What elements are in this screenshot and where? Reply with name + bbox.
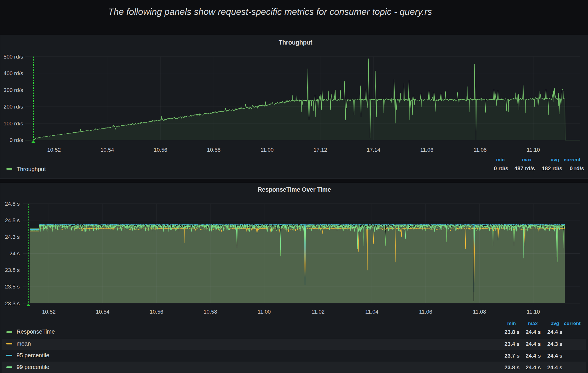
svg-text:23.3 s: 23.3 s <box>5 300 20 306</box>
svg-text:11:10: 11:10 <box>527 309 540 315</box>
svg-text:11:10: 11:10 <box>527 147 540 153</box>
svg-text:10:56: 10:56 <box>150 309 163 315</box>
svg-text:10:54: 10:54 <box>96 309 110 315</box>
svg-text:10:52: 10:52 <box>42 309 56 315</box>
svg-text:11:04: 11:04 <box>365 309 379 315</box>
svg-text:24 s: 24 s <box>9 250 20 256</box>
svg-text:200 rd/s: 200 rd/s <box>3 104 23 110</box>
svg-text:10:52: 10:52 <box>47 147 61 153</box>
svg-text:11:06: 11:06 <box>419 309 432 315</box>
svg-text:24.3 s: 24.3 s <box>5 234 20 240</box>
svg-text:23.8 s: 23.8 s <box>5 267 20 273</box>
svg-text:11:00: 11:00 <box>260 147 274 153</box>
svg-text:24.8 s: 24.8 s <box>5 201 20 207</box>
svg-text:11:06: 11:06 <box>420 147 433 153</box>
svg-text:17:14: 17:14 <box>367 147 380 153</box>
svg-text:23.5 s: 23.5 s <box>5 284 20 290</box>
svg-text:300 rd/s: 300 rd/s <box>3 87 23 93</box>
svg-text:100 rd/s: 100 rd/s <box>3 121 23 127</box>
svg-text:10:58: 10:58 <box>204 309 217 315</box>
svg-text:11:00: 11:00 <box>258 309 271 315</box>
svg-text:11:08: 11:08 <box>473 309 486 315</box>
svg-text:11:08: 11:08 <box>473 147 487 153</box>
svg-text:10:58: 10:58 <box>207 147 221 153</box>
svg-text:10:56: 10:56 <box>154 147 167 153</box>
svg-text:11:02: 11:02 <box>311 309 324 315</box>
svg-text:17:12: 17:12 <box>314 147 327 153</box>
svg-text:0 rd/s: 0 rd/s <box>9 137 23 143</box>
svg-text:24.5 s: 24.5 s <box>5 217 20 223</box>
svg-text:10:54: 10:54 <box>101 147 114 153</box>
svg-text:400 rd/s: 400 rd/s <box>3 70 23 76</box>
svg-text:500 rd/s: 500 rd/s <box>3 54 23 60</box>
